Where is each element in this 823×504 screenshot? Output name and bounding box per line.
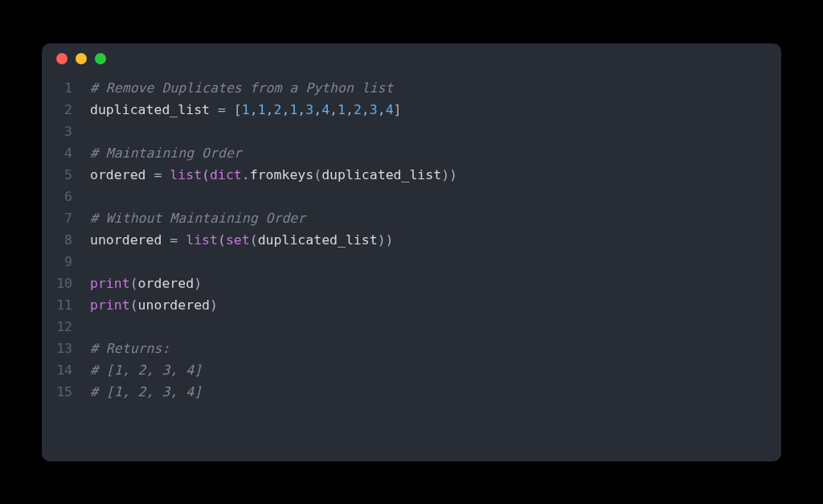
line-number: 14	[42, 359, 90, 381]
code-line: 6	[42, 186, 781, 207]
code-line: 12	[42, 316, 781, 338]
editor-window: 1# Remove Duplicates from a Python list2…	[42, 43, 781, 461]
code-line: 10print(ordered)	[42, 272, 781, 294]
line-number: 2	[42, 99, 90, 121]
code-token: ))	[378, 232, 394, 248]
code-token: 2	[274, 102, 282, 117]
code-token: print	[90, 297, 130, 313]
code-token: 3	[370, 102, 378, 117]
code-line: 1# Remove Duplicates from a Python list	[42, 77, 781, 99]
code-line: 4# Maintaining Order	[42, 142, 781, 164]
code-line: 14# [1, 2, 3, 4]	[42, 359, 781, 381]
line-number: 11	[42, 294, 90, 316]
line-content: # Returns:	[90, 338, 170, 359]
code-token: 4	[321, 102, 330, 117]
line-number: 9	[42, 251, 90, 272]
code-token: fromkeys	[250, 167, 313, 182]
titlebar	[42, 43, 781, 74]
code-token: (	[202, 167, 210, 182]
code-token: =	[146, 167, 170, 182]
code-token: ordered	[90, 167, 146, 182]
code-token: ,	[330, 102, 338, 117]
code-token: 1	[338, 102, 346, 117]
code-token: unordered	[138, 297, 210, 313]
line-content: unordered = list(set(duplicated_list))	[90, 229, 394, 251]
line-number: 15	[42, 381, 90, 403]
code-token: # [1, 2, 3, 4]	[90, 384, 202, 400]
code-token: =	[210, 102, 234, 117]
line-number: 12	[42, 316, 90, 338]
zoom-icon[interactable]	[95, 53, 106, 64]
code-line: 9	[42, 251, 781, 272]
code-line: 11print(unordered)	[42, 294, 781, 316]
line-content: ordered = list(dict.fromkeys(duplicated_…	[90, 164, 457, 186]
code-token: )	[210, 297, 218, 313]
line-content: # Without Maintaining Order	[90, 207, 305, 229]
code-token: # Remove Duplicates from a Python list	[90, 80, 394, 96]
close-icon[interactable]	[56, 53, 68, 64]
code-token: # Without Maintaining Order	[90, 211, 305, 226]
code-token: ))	[441, 167, 457, 182]
code-token: duplicated_list	[258, 232, 378, 248]
line-content: print(unordered)	[90, 294, 218, 316]
code-token: ,	[281, 102, 289, 117]
code-token: duplicated_list	[90, 102, 210, 117]
line-number: 7	[42, 207, 90, 229]
code-token: (	[250, 232, 258, 248]
code-token: duplicated_list	[321, 167, 441, 182]
code-token: # [1, 2, 3, 4]	[90, 363, 202, 378]
code-token: (	[130, 297, 138, 313]
line-content: # [1, 2, 3, 4]	[90, 381, 202, 403]
code-line: 15# [1, 2, 3, 4]	[42, 381, 781, 403]
code-token: 2	[354, 102, 362, 117]
code-token: ordered	[138, 276, 194, 291]
code-token: 1	[289, 102, 297, 117]
code-token: (	[313, 167, 321, 182]
code-token: (	[130, 276, 138, 291]
code-token: set	[226, 232, 250, 248]
code-token: .	[242, 167, 250, 182]
code-line: 3	[42, 121, 781, 142]
code-token: (	[218, 232, 226, 248]
line-number: 6	[42, 186, 90, 207]
code-token: ,	[297, 102, 305, 117]
code-token: list	[186, 232, 218, 248]
code-token: 3	[305, 102, 313, 117]
line-content: # [1, 2, 3, 4]	[90, 359, 202, 381]
code-token: 1	[242, 102, 250, 117]
code-token: ,	[346, 102, 354, 117]
code-line: 7# Without Maintaining Order	[42, 207, 781, 229]
code-token: 4	[386, 102, 394, 117]
code-token: ,	[250, 102, 258, 117]
code-token: 1	[258, 102, 266, 117]
code-line: 2duplicated_list = [1,1,2,1,3,4,1,2,3,4]	[42, 99, 781, 121]
code-token: # Returns:	[90, 341, 170, 356]
code-line: 13# Returns:	[42, 338, 781, 359]
code-line: 8unordered = list(set(duplicated_list))	[42, 229, 781, 251]
line-number: 8	[42, 229, 90, 251]
line-number: 13	[42, 338, 90, 359]
code-token: unordered	[90, 232, 162, 248]
line-content: # Maintaining Order	[90, 142, 242, 164]
code-area[interactable]: 1# Remove Duplicates from a Python list2…	[42, 74, 781, 403]
line-content: print(ordered)	[90, 272, 202, 294]
line-number: 5	[42, 164, 90, 186]
code-token: =	[162, 232, 186, 248]
code-token: [	[234, 102, 242, 117]
code-token: ,	[362, 102, 370, 117]
code-token: # Maintaining Order	[90, 145, 242, 161]
line-number: 4	[42, 142, 90, 164]
line-content: duplicated_list = [1,1,2,1,3,4,1,2,3,4]	[90, 99, 402, 121]
line-number: 1	[42, 77, 90, 99]
code-token: ]	[394, 102, 402, 117]
code-line: 5ordered = list(dict.fromkeys(duplicated…	[42, 164, 781, 186]
code-token: dict	[210, 167, 242, 182]
code-token: ,	[313, 102, 321, 117]
line-content: # Remove Duplicates from a Python list	[90, 77, 394, 99]
line-number: 10	[42, 272, 90, 294]
code-token: ,	[266, 102, 274, 117]
code-token: ,	[378, 102, 386, 117]
line-number: 3	[42, 121, 90, 142]
code-token: )	[194, 276, 202, 291]
minimize-icon[interactable]	[76, 53, 87, 64]
